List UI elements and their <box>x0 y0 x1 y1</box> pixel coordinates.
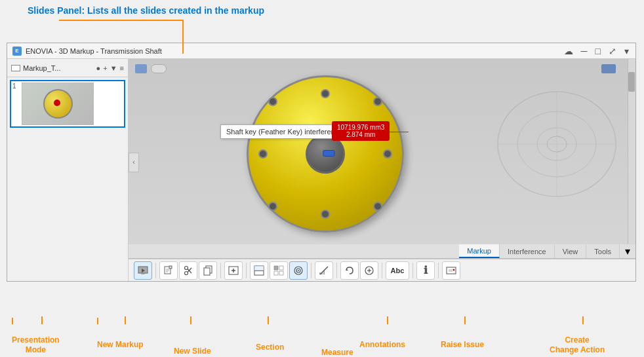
yellow-disc <box>247 75 404 233</box>
sep7 <box>413 263 413 278</box>
main-assembly <box>247 75 404 233</box>
minimize-btn[interactable]: ─ <box>580 46 589 56</box>
measure-label: Measure <box>321 348 353 357</box>
tab-view[interactable]: View <box>555 244 587 258</box>
title-bar-left: E ENOVIA - 3D Markup - Transmission Shaf… <box>12 47 162 56</box>
main-content: Markup_T... ● + ▼ ≡ 1 <box>7 59 635 281</box>
measure-button[interactable] <box>315 261 333 280</box>
svg-rect-31 <box>279 271 283 275</box>
new-markup-label: New Markup <box>97 340 144 349</box>
svg-rect-30 <box>274 271 278 275</box>
section-label: Section <box>256 343 284 352</box>
tab-bar: Markup Interference View Tools ▾ <box>129 244 635 259</box>
slides-panel-header: Markup_T... ● + ▼ ≡ <box>7 59 128 77</box>
filter-btn[interactable]: ▼ <box>110 64 117 72</box>
create-change-action-label-area: CreateChange Action <box>550 335 605 356</box>
svg-rect-29 <box>279 266 283 270</box>
svg-rect-21 <box>204 268 210 275</box>
cca-line <box>582 316 584 324</box>
ri-line <box>464 316 466 324</box>
new-slide-label-area: New Slide <box>174 347 211 356</box>
panel-toggle[interactable]: ‹ <box>129 153 139 172</box>
sep6 <box>382 263 382 278</box>
panel-controls: ● + ▼ ≡ <box>96 64 124 72</box>
right-icon[interactable] <box>601 64 616 73</box>
slide-item[interactable]: 1 <box>10 80 125 128</box>
bolt-hole-left <box>258 149 268 159</box>
svg-rect-28 <box>274 266 278 270</box>
bolt-hole-bl <box>268 202 277 211</box>
new-slide-button[interactable] <box>224 261 243 280</box>
sep2 <box>220 263 221 278</box>
toolbar-row: Abc ℹ <box>129 259 635 281</box>
panel-title: Markup_T... <box>23 64 94 72</box>
presentation-mode-button[interactable] <box>134 261 152 280</box>
svg-rect-12 <box>169 266 172 269</box>
section-button[interactable] <box>250 261 268 280</box>
cloud-icon[interactable]: ☁ <box>563 46 574 56</box>
pm-line <box>41 316 43 324</box>
measurement-line1: 10719.976 mm3 <box>337 124 384 131</box>
thumb-circle <box>43 89 73 119</box>
sep1 <box>155 263 156 278</box>
measure-label-area: Measure <box>321 348 353 357</box>
tab-overflow[interactable]: ▾ <box>620 244 635 258</box>
presentation-mode-label: PresentationMode <box>12 335 60 356</box>
menu-btn[interactable]: ≡ <box>120 64 124 72</box>
bolt-hole-tl <box>268 97 277 106</box>
slide-list: 1 <box>7 77 128 281</box>
bracket-line-vertical <box>182 20 184 54</box>
bracket-line-horizontal <box>59 20 184 21</box>
svg-rect-27 <box>254 266 264 271</box>
raise-issue-label: Raise Issue <box>441 340 484 349</box>
ann-line <box>387 316 388 324</box>
tab-interference[interactable]: Interference <box>500 244 555 258</box>
annotations-button[interactable]: Abc <box>386 261 409 280</box>
sep8 <box>438 263 439 278</box>
add-btn[interactable]: + <box>103 64 107 72</box>
bolt-hole-bottom <box>321 210 330 219</box>
create-change-action-label: CreateChange Action <box>550 335 605 356</box>
add-circle-button[interactable] <box>360 261 378 280</box>
undo-button[interactable] <box>340 261 359 280</box>
bolt-hole-right <box>383 149 392 159</box>
annotations-label: Annotations <box>359 340 405 349</box>
grid-button[interactable] <box>270 261 288 280</box>
annotations-label-area: Annotations <box>359 340 405 349</box>
slide-number: 1 <box>12 83 19 90</box>
section-label-area: Section <box>256 343 284 352</box>
maximize-btn[interactable]: □ <box>594 46 602 56</box>
sep5 <box>336 263 337 278</box>
new-slide-label: New Slide <box>174 347 211 356</box>
v-scrollbar-thumb[interactable] <box>628 72 635 92</box>
sec-line <box>268 316 269 324</box>
slides-panel: Markup_T... ● + ▼ ≡ 1 <box>7 59 129 281</box>
create-change-action-button[interactable] <box>442 261 460 280</box>
nm-line <box>125 316 126 324</box>
new-markup-button[interactable] <box>159 261 178 280</box>
ghost-shaft <box>491 85 622 203</box>
app-icon: E <box>12 47 22 56</box>
new-markup-label-area: New Markup <box>97 340 144 349</box>
svg-marker-38 <box>346 269 348 271</box>
window-title: ENOVIA - 3D Markup - Transmission Shaft <box>26 47 162 55</box>
slide-thumbnail <box>22 83 94 125</box>
svg-point-34 <box>298 270 299 271</box>
raise-issue-button[interactable]: ℹ <box>416 261 435 280</box>
copy-button[interactable] <box>199 261 217 280</box>
target-button[interactable] <box>289 261 308 280</box>
viewport-3d: Shaft key (Feather Key) interference iss… <box>129 59 635 281</box>
view-toggle[interactable] <box>151 64 167 73</box>
view-cube-icon[interactable] <box>135 64 147 73</box>
cut-button[interactable] <box>179 261 197 280</box>
tab-tools[interactable]: Tools <box>586 244 620 258</box>
toggle-btn[interactable]: ● <box>96 64 101 72</box>
slides-panel-annotation: Slides Panel: Lists all the slides creat… <box>28 5 264 16</box>
tab-markup[interactable]: Markup <box>459 244 500 258</box>
title-bar-controls: ☁ ─ □ ⤢ ▾ <box>563 46 630 56</box>
more-btn[interactable]: ▾ <box>623 46 630 56</box>
ns-line <box>190 316 191 324</box>
expand-btn[interactable]: ⤢ <box>607 46 618 56</box>
presentation-mode-label-area: PresentationMode <box>12 335 60 356</box>
bolt-hole-tr <box>373 97 382 106</box>
